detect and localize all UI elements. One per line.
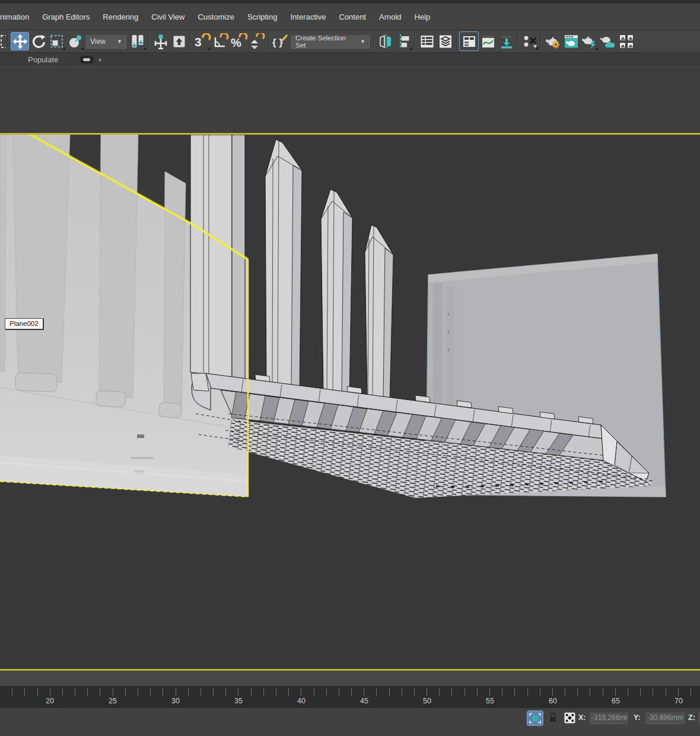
z-coordinate-field[interactable] — [698, 712, 700, 724]
select-and-scale-button[interactable] — [47, 32, 66, 50]
chevron-down-icon[interactable]: ▾ — [98, 57, 101, 63]
dope-sheet-button[interactable] — [497, 32, 516, 50]
toggle-ribbon-button[interactable] — [459, 31, 479, 51]
absolute-mode-transform-button[interactable] — [564, 710, 575, 725]
timeline-frame-label: 55 — [486, 697, 494, 705]
curve-editor-button[interactable] — [479, 32, 497, 50]
mirror-button[interactable] — [376, 32, 394, 50]
ribbon-tab-row: Populate ▾ — [0, 53, 700, 66]
align-button[interactable] — [394, 32, 413, 50]
select-object-icon — [0, 34, 6, 49]
select-object-button[interactable] — [0, 32, 6, 50]
toggle-layer-explorer-button[interactable] — [436, 32, 454, 50]
toolbar-separator — [540, 33, 542, 50]
render-presets-button[interactable] — [617, 32, 635, 50]
keyboard-shortcut-override-button[interactable] — [170, 32, 188, 50]
lock-icon — [548, 712, 558, 724]
mirror-icon — [378, 34, 393, 49]
toolbar-separator — [415, 33, 416, 50]
menu-item-content[interactable]: Content — [332, 12, 373, 21]
snap-toggle-3d-button[interactable]: 3 — [193, 32, 211, 50]
move-icon — [12, 34, 28, 49]
toolbar-separator — [190, 33, 191, 50]
select-and-place-button[interactable] — [66, 32, 84, 50]
timeline-frame-label: 65 — [612, 697, 620, 705]
layer-explorer-icon — [438, 34, 453, 49]
percent-snap-toggle-button[interactable]: % — [230, 32, 248, 50]
timeline-frame-label: 50 — [423, 697, 431, 705]
selection-lock-toggle-button[interactable] — [547, 710, 559, 725]
isolate-selection-icon — [529, 713, 541, 724]
isolate-selection-toggle-button[interactable] — [527, 710, 543, 726]
menu-item-civil-view[interactable]: Civil View — [145, 12, 191, 21]
named-selection-set-dropdown[interactable]: Create Selection Set ▼ — [291, 34, 370, 49]
render-presets-icon — [618, 33, 635, 50]
material-editor-button[interactable] — [520, 32, 539, 50]
select-and-move-button[interactable] — [11, 32, 29, 50]
reference-coordinate-dropdown[interactable]: View ▼ — [86, 34, 126, 49]
menu-item-scripting[interactable]: Scripting — [241, 12, 284, 21]
svg-text:%: % — [231, 36, 241, 49]
tab-populate[interactable]: Populate — [28, 55, 58, 64]
timeline-frame-label: 35 — [234, 697, 243, 705]
y-coordinate-field[interactable]: -30,696mm — [644, 712, 685, 724]
render-setup-button[interactable] — [543, 32, 562, 50]
timeline-frame-label: 40 — [297, 697, 306, 705]
chevron-down-icon: ▼ — [360, 39, 365, 45]
y-coordinate-label: Y: — [634, 710, 641, 725]
select-and-manipulate-button[interactable] — [151, 32, 170, 50]
menu-item-help[interactable]: Help — [408, 12, 437, 21]
menu-item-graph-editors[interactable]: Graph Editors — [36, 12, 96, 21]
x-coordinate-label: X: — [578, 710, 586, 725]
render-in-cloud-icon — [600, 33, 616, 50]
ribbon-toggle-icon — [462, 34, 477, 49]
chevron-down-icon: ▼ — [117, 39, 122, 45]
menu-item-customize[interactable]: Customize — [191, 12, 240, 21]
menu-item-nimation[interactable]: nimation — [0, 12, 36, 21]
snap-3d-icon: 3 — [193, 33, 211, 50]
toolbar-separator — [268, 33, 269, 50]
3dsmax-window: nimationGraph EditorsRenderingCivil View… — [0, 0, 700, 736]
timeline-frame-label: 30 — [171, 697, 180, 705]
timeline-ruler[interactable]: 2025303540455055606570 — [0, 686, 700, 708]
menu-item-interactive[interactable]: Interactive — [284, 12, 332, 21]
status-bar: X: -319,266mm Y: -30,696mm Z: — [0, 708, 700, 736]
populate-flyout-icon[interactable] — [79, 56, 94, 64]
rendered-frame-icon — [563, 33, 580, 50]
toolbar-separator — [456, 33, 457, 50]
use-pivot-point-center-button[interactable] — [128, 32, 147, 50]
render-setup-icon — [545, 33, 561, 50]
reference-coordinate-value: View — [90, 37, 106, 46]
render-production-button[interactable] — [580, 32, 599, 50]
select-and-rotate-button[interactable] — [29, 32, 47, 50]
scale-icon — [49, 34, 65, 49]
track-bar[interactable] — [0, 671, 700, 687]
toolbar-separator — [148, 33, 149, 50]
named-selection-set-value: Create Selection Set — [295, 34, 355, 49]
spinner-snap-icon — [249, 33, 266, 50]
ribbon-panel-empty — [0, 66, 700, 134]
named-selection-sets-icon: { } — [272, 33, 289, 50]
rendered-frame-window-button[interactable] — [562, 32, 580, 50]
dope-sheet-icon — [499, 34, 514, 49]
menu-item-rendering[interactable]: Rendering — [96, 12, 145, 21]
perspective-viewport[interactable] — [0, 133, 700, 671]
angle-snap-icon — [212, 33, 230, 50]
menu-item-arnold[interactable]: Arnold — [373, 12, 408, 21]
toggle-scene-explorer-button[interactable] — [418, 32, 436, 50]
keyboard-override-icon — [171, 34, 187, 49]
spinner-snap-toggle-button[interactable] — [248, 32, 266, 50]
rotate-icon — [31, 34, 46, 49]
timeline-frame-label: 20 — [46, 697, 54, 705]
edit-named-selection-sets-button[interactable]: { } — [271, 32, 289, 50]
angle-snap-toggle-button[interactable] — [211, 32, 230, 50]
toolbar-separator — [373, 33, 374, 50]
x-coordinate-field[interactable]: -319,266mm — [588, 712, 628, 724]
timeline-frame-label: 70 — [674, 697, 683, 705]
timeline-frame-label: 45 — [360, 697, 368, 705]
toolbar-separator — [517, 33, 518, 50]
toolbar-separator — [8, 33, 9, 50]
align-icon — [396, 34, 412, 49]
render-production-icon — [581, 33, 598, 50]
render-in-cloud-button[interactable] — [599, 32, 617, 50]
